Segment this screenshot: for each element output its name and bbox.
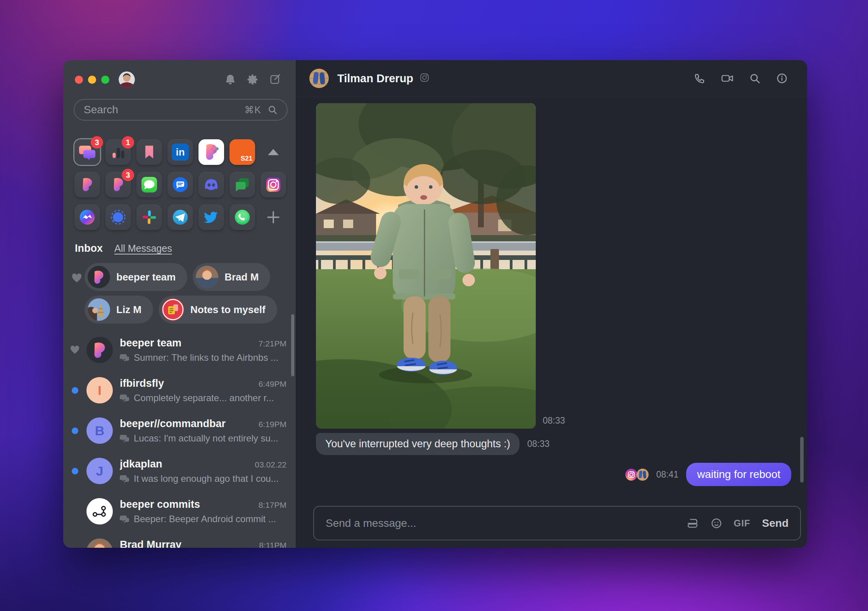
user-avatar[interactable] (119, 71, 135, 88)
received-message-bubble: You've interrupted very deep thoughts :) (316, 433, 519, 455)
liz-m-avatar (88, 298, 110, 321)
network-tile-instagram[interactable] (261, 172, 286, 197)
bell-icon[interactable] (224, 74, 236, 85)
beeper-icon (79, 177, 95, 193)
unread-badge: 3 (91, 136, 103, 149)
close-window-button[interactable] (75, 76, 83, 84)
conversation-row-brad-murray[interactable]: Brad Murray8:11PM How th... (63, 531, 296, 548)
contact-avatar[interactable] (309, 69, 329, 88)
message-timestamp: 08:41 (656, 469, 679, 480)
phone-icon[interactable] (694, 73, 706, 84)
favorite-pill-beeper-team[interactable]: beeper team (85, 263, 187, 291)
chat-panel: Tilman Drerup (296, 60, 807, 548)
instagram-icon (265, 176, 282, 193)
minimize-window-button[interactable] (88, 76, 96, 84)
network-tile-telegram[interactable] (167, 204, 193, 230)
network-tile-bookmarks[interactable] (136, 139, 162, 165)
chat-bubble-icon (120, 434, 129, 443)
signal-icon (110, 209, 127, 226)
timestamp: 03.02.22 (250, 460, 286, 469)
photo-message[interactable] (316, 103, 536, 429)
network-tile-whatsapp[interactable] (230, 204, 255, 230)
chat-bubble-icon (120, 353, 129, 362)
chat-bubble-icon (120, 394, 129, 402)
chat-bubble-icon (120, 515, 129, 523)
discord-icon (202, 176, 220, 194)
imessage-icon (140, 176, 158, 194)
collapse-grid-button[interactable] (261, 139, 286, 165)
contact-name: Tilman Drerup (337, 72, 413, 85)
sms-icon (172, 176, 189, 193)
network-tile-twitter[interactable] (198, 204, 224, 230)
network-tile-google-chat[interactable] (230, 172, 255, 197)
message-timestamp: 08:33 (527, 439, 550, 449)
timestamp: 8:11PM (254, 541, 286, 548)
network-tile-stats[interactable]: 1 (105, 139, 131, 165)
sidebar: Search ⌘K 3 1 in (63, 60, 296, 548)
brad-m-avatar (196, 266, 218, 288)
beeper-slack-icon (202, 142, 221, 162)
beeper-window: Search ⌘K 3 1 in (63, 60, 807, 548)
network-tile-imessage[interactable] (136, 172, 162, 197)
network-grid: 3 1 in S21 (74, 139, 292, 237)
network-tile-discord[interactable] (198, 172, 224, 197)
favorites-heart-icon (72, 273, 82, 284)
network-tile-slack[interactable] (136, 204, 162, 230)
network-tile-beeper[interactable] (74, 172, 100, 197)
network-tile-linkedin[interactable]: in (167, 139, 193, 165)
telegram-icon (172, 209, 189, 226)
favorite-pill-brad-m[interactable]: Brad M (193, 263, 270, 291)
conversation-row-jdkaplan[interactable]: J jdkaplan03.02.22 It was long enough ag… (63, 451, 296, 491)
conversation-row-beeper-commits[interactable]: beeper commits8:17PM Beeper: Beeper Andr… (63, 491, 296, 531)
favorite-pill-liz-m[interactable]: Liz M (85, 296, 153, 324)
network-tile-all-chats[interactable]: 3 (74, 139, 100, 165)
search-shortcut: ⌘K (244, 104, 261, 116)
message-timestamp: 08:33 (543, 415, 565, 426)
sidebar-scrollbar[interactable] (291, 314, 294, 376)
search-icon (267, 105, 278, 115)
sidebar-topbar (63, 71, 296, 88)
gif-button[interactable]: GIF (734, 518, 751, 529)
avatar (86, 538, 113, 548)
unread-dot (72, 428, 78, 434)
favorites: beeper team Brad M Liz M Notes to myself (85, 263, 290, 328)
video-icon[interactable] (721, 73, 733, 84)
avatar (86, 337, 113, 363)
network-tile-messenger[interactable] (74, 204, 100, 230)
beeper-team-avatar (88, 266, 110, 288)
emoji-icon[interactable] (711, 518, 722, 529)
avatar: J (86, 458, 113, 484)
attachment-icon[interactable] (686, 518, 699, 528)
conversation-row-beeper-commandbar[interactable]: B beeper//commandbar6:19PM Lucas: I'm ac… (63, 410, 296, 451)
instagram-receipt-icon (625, 469, 637, 481)
whatsapp-icon (234, 209, 251, 226)
add-network-button[interactable] (261, 204, 286, 230)
window-controls (75, 76, 109, 84)
timestamp: 6:19PM (254, 420, 286, 429)
gear-icon[interactable] (247, 73, 259, 86)
network-tile-sms[interactable] (167, 172, 193, 197)
search-icon[interactable] (749, 73, 761, 84)
all-messages-link[interactable]: All Messages (114, 243, 172, 254)
network-tile-beeper-slack[interactable] (198, 139, 224, 165)
zoom-window-button[interactable] (101, 76, 109, 84)
info-icon[interactable] (776, 73, 788, 84)
network-tile-signal[interactable] (105, 204, 131, 230)
avatar: B (86, 417, 113, 444)
linkedin-icon: in (172, 144, 189, 161)
conversation-row-beeper-team[interactable]: beeper team7:21PM Sumner: The links to t… (63, 330, 296, 370)
twitter-icon (203, 209, 220, 226)
search-input[interactable]: Search ⌘K (74, 99, 288, 121)
unread-dot (72, 468, 78, 474)
send-button[interactable]: Send (762, 517, 789, 530)
favorite-pill-notes-to-myself[interactable]: Notes to myself (159, 296, 277, 324)
chat-scrollbar[interactable] (800, 437, 804, 483)
network-tile-s21[interactable]: S21 (230, 139, 255, 165)
message-composer[interactable]: Send a message... GIF Send (313, 506, 801, 540)
network-tile-beeper-2[interactable]: 3 (105, 172, 131, 197)
compose-icon[interactable] (269, 74, 281, 85)
google-chat-icon (234, 177, 250, 193)
inbox-title: Inbox (75, 242, 103, 254)
conversation-row-ifbirdsfly[interactable]: I ifbirdsfly6:49PM Completely separate..… (63, 370, 296, 410)
add-network-icon (266, 210, 280, 224)
